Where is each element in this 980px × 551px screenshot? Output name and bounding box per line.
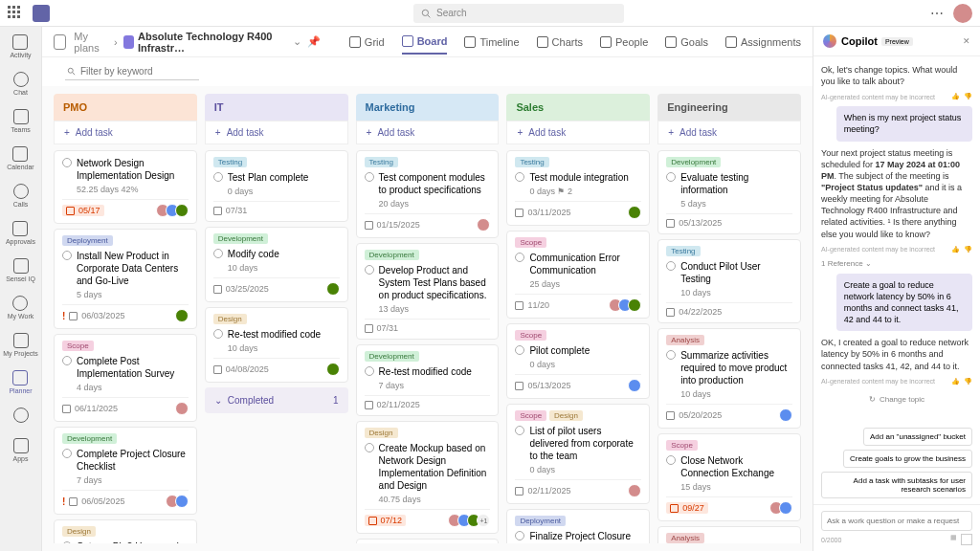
add-task-button[interactable]: + Add task xyxy=(356,121,500,144)
thumbs-up-icon[interactable]: 👍 xyxy=(951,378,960,386)
add-task-button[interactable]: + Add task xyxy=(205,121,348,144)
task-card[interactable]: ScopePilot complete0 days05/13/2025 xyxy=(506,323,650,399)
rail-item-calendar[interactable]: Calendar xyxy=(7,146,33,170)
user-message: When is my next project status meeting? xyxy=(836,106,972,141)
task-checkbox-icon[interactable] xyxy=(365,366,374,376)
copilot-input[interactable] xyxy=(821,511,972,531)
task-card[interactable]: TestingConduct Pilot User Testing10 days… xyxy=(657,239,801,323)
add-task-button[interactable]: + Add task xyxy=(657,121,801,144)
task-card[interactable]: DesignCutover Ph 2 Users and Monitor5 da… xyxy=(54,519,197,543)
task-checkbox-icon[interactable] xyxy=(515,172,524,182)
task-checkbox-icon[interactable] xyxy=(666,261,676,271)
task-card[interactable]: DesignCreate Mockup based on Network Des… xyxy=(356,421,500,534)
task-card[interactable]: ScopeCommunication Error Communication25… xyxy=(506,231,650,319)
app-launcher-icon[interactable] xyxy=(8,6,23,21)
task-card[interactable]: TestingTest Scripts complete xyxy=(356,539,500,543)
task-checkbox-icon[interactable] xyxy=(365,443,374,452)
tab-goals[interactable]: Goals xyxy=(665,30,708,55)
task-checkbox-icon[interactable] xyxy=(365,172,374,182)
completed-section[interactable]: ⌄Completed1 xyxy=(205,387,348,413)
rail-item-approvals[interactable]: Approvals xyxy=(6,221,35,245)
task-card[interactable]: DevelopmentEvaluate testing information5… xyxy=(657,150,801,234)
chevron-down-icon[interactable]: ⌄ xyxy=(293,35,301,48)
rail-item-teams[interactable]: Teams xyxy=(11,109,31,133)
task-card[interactable]: TestingTest Plan complete0 days07/31 xyxy=(205,150,348,222)
task-card[interactable]: DevelopmentComplete Project Closure Chec… xyxy=(54,427,197,515)
disclaimer: AI-generated content may be incorrect xyxy=(821,378,935,385)
task-checkbox-icon[interactable] xyxy=(666,172,676,182)
task-checkbox-icon[interactable] xyxy=(62,158,72,167)
task-card[interactable]: ScopeDesignList of pilot users delivered… xyxy=(506,404,650,504)
task-card[interactable]: ScopeComplete Post Implementation Survey… xyxy=(54,334,197,422)
thumbs-down-icon[interactable]: 👎 xyxy=(964,378,972,386)
attach-icon[interactable]: ▦ xyxy=(950,534,957,545)
task-checkbox-icon[interactable] xyxy=(666,455,676,465)
pin-icon[interactable]: 📌 xyxy=(307,35,321,48)
task-checkbox-icon[interactable] xyxy=(365,265,374,275)
task-card[interactable]: Network Design Implementation Design52.2… xyxy=(54,150,197,224)
add-task-button[interactable]: + Add task xyxy=(54,121,197,144)
task-checkbox-icon[interactable] xyxy=(666,350,676,360)
change-topic-button[interactable]: ↻ Change topic xyxy=(821,395,972,404)
thumbs-down-icon[interactable]: 👎 xyxy=(964,93,972,100)
project-title[interactable]: Absolute Technology R400 Infrastr… xyxy=(138,31,287,54)
task-card[interactable]: DeploymentInstall New Product in Corpora… xyxy=(54,229,197,329)
task-card[interactable]: DevelopmentDevelop Product and System Te… xyxy=(356,243,500,340)
column-header-pmo[interactable]: PMO xyxy=(54,94,197,121)
tab-charts[interactable]: Charts xyxy=(537,30,583,55)
column-header-eng[interactable]: Engineering xyxy=(657,94,801,121)
task-card[interactable]: DevelopmentRe-test modified code7 days02… xyxy=(356,344,500,416)
tab-grid[interactable]: Grid xyxy=(349,30,385,55)
task-card[interactable]: TestingTest module integration0 days ⚑ 2… xyxy=(506,150,650,226)
thumbs-up-icon[interactable]: 👍 xyxy=(951,93,960,100)
breadcrumb-root[interactable]: My plans xyxy=(74,31,108,54)
task-card[interactable]: ScopeClose Network Connection Exchange15… xyxy=(657,433,801,521)
suggestion-chip[interactable]: Create goals to grow the business xyxy=(843,450,972,468)
task-checkbox-icon[interactable] xyxy=(213,172,223,182)
task-card[interactable]: DevelopmentModify code10 days03/25/2025 xyxy=(205,227,348,302)
send-icon[interactable] xyxy=(961,534,972,545)
reference-toggle[interactable]: 1 Reference ⌄ xyxy=(821,259,972,268)
suggestion-chip[interactable]: Add an "unassigned" bucket xyxy=(863,428,972,446)
task-checkbox-icon[interactable] xyxy=(213,329,223,339)
rail-item-apps[interactable]: Apps xyxy=(13,438,29,462)
task-checkbox-icon[interactable] xyxy=(62,251,72,260)
column-header-it[interactable]: IT xyxy=(205,94,348,121)
task-checkbox-icon[interactable] xyxy=(62,356,72,365)
column-header-mkt[interactable]: Marketing xyxy=(356,94,500,121)
add-task-button[interactable]: + Add task xyxy=(506,121,650,144)
task-checkbox-icon[interactable] xyxy=(62,541,72,543)
user-avatar[interactable] xyxy=(953,4,972,23)
task-card[interactable]: TestingTest component modules to product… xyxy=(356,150,500,238)
rail-item-my-work[interactable]: My Work xyxy=(8,296,33,320)
rail-item-calls[interactable]: Calls xyxy=(13,184,29,208)
rail-item-activity[interactable]: Activity xyxy=(10,34,31,58)
rail-item-my-projects[interactable]: My Projects xyxy=(3,333,38,357)
filter-input[interactable] xyxy=(65,63,199,80)
task-checkbox-icon[interactable] xyxy=(515,531,524,540)
task-card[interactable]: DeploymentFinalize Project Closure repor… xyxy=(506,509,650,543)
task-checkbox-icon[interactable] xyxy=(213,249,223,258)
task-card[interactable]: AnalysisNetwork Protocol Communication E… xyxy=(657,526,801,543)
rail-item-sensei-iq[interactable]: Sensei IQ xyxy=(6,258,35,282)
rail-item-planner[interactable]: Planner xyxy=(9,370,32,394)
global-search[interactable]: Search xyxy=(413,4,624,23)
task-card[interactable]: DesignRe-test modified code10 days04/08/… xyxy=(205,307,348,383)
thumbs-up-icon[interactable]: 👍 xyxy=(951,246,960,253)
task-checkbox-icon[interactable] xyxy=(515,345,524,355)
rail-item-chat[interactable]: Chat xyxy=(13,72,29,96)
task-checkbox-icon[interactable] xyxy=(62,449,72,458)
thumbs-down-icon[interactable]: 👎 xyxy=(964,246,972,253)
tab-people[interactable]: People xyxy=(600,30,648,55)
suggestion-chip[interactable]: Add a task with subtasks for user resear… xyxy=(821,472,972,498)
tab-timeline[interactable]: Timeline xyxy=(464,30,519,55)
rail-item-more[interactable] xyxy=(13,408,29,425)
tab-assignments[interactable]: Assignments xyxy=(725,30,801,55)
task-checkbox-icon[interactable] xyxy=(515,253,524,262)
task-card[interactable]: AnalysisSummarize activities required to… xyxy=(657,328,801,429)
column-header-sales[interactable]: Sales xyxy=(506,94,650,121)
task-checkbox-icon[interactable] xyxy=(515,426,524,435)
more-icon[interactable]: ⋯ xyxy=(930,6,944,21)
tab-board[interactable]: Board xyxy=(402,30,448,55)
close-icon[interactable]: ✕ xyxy=(963,36,970,46)
